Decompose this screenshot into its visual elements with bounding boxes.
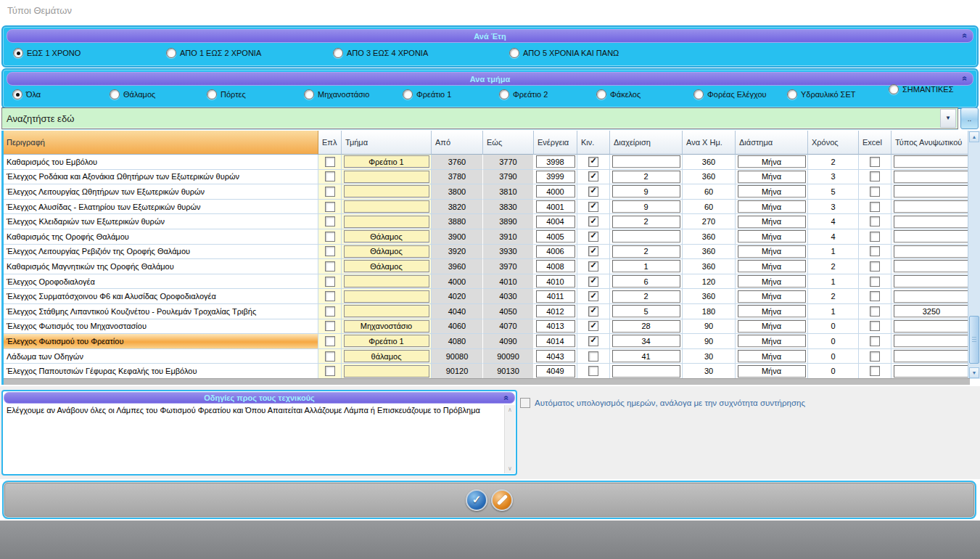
radio-απο-1-εως-2-χρονια[interactable]: ΑΠΟ 1 ΕΩΣ 2 ΧΡΟΝΙΑ [166, 48, 261, 58]
tmima-field[interactable] [344, 365, 429, 378]
topic-description-cell[interactable]: Έλεγχος Οροφοδιαλογέα [4, 274, 318, 290]
energia-field[interactable]: 4006 [536, 245, 575, 258]
typos-anypsotikou-field[interactable] [894, 155, 970, 168]
energia-field[interactable]: 4014 [536, 335, 575, 347]
kin-checkbox[interactable] [588, 321, 598, 331]
diastima-field[interactable]: Μήνα [738, 230, 806, 242]
radio-μηχανοστάσιο[interactable]: Μηχανοστάσιο [304, 89, 369, 99]
column-header-apo[interactable]: Από [432, 131, 483, 155]
diastima-field[interactable]: Μήνα [738, 275, 806, 287]
diaxeirisi-field[interactable]: 28 [612, 320, 680, 332]
search-input[interactable]: Αναζητήστε εδώ [1, 107, 958, 129]
epl-checkbox[interactable] [325, 246, 335, 256]
diaxeirisi-field[interactable]: 2 [612, 216, 680, 228]
excel-checkbox[interactable] [870, 277, 880, 287]
tmima-field[interactable] [344, 185, 429, 197]
epl-checkbox[interactable] [325, 187, 335, 197]
diastima-field[interactable]: Μήνα [738, 320, 806, 332]
kin-checkbox[interactable] [588, 171, 598, 181]
radio-πόρτες[interactable]: Πόρτες [207, 89, 246, 99]
excel-checkbox[interactable] [870, 246, 880, 256]
kin-checkbox[interactable] [588, 232, 598, 242]
radio-φάκελος[interactable]: Φάκελος [596, 89, 641, 99]
radio-όλα[interactable]: Όλα [12, 89, 41, 99]
typos-anypsotikou-field[interactable] [894, 185, 970, 197]
radio-θάλαμος[interactable]: Θάλαμος [110, 89, 155, 99]
energia-field[interactable]: 4000 [536, 185, 575, 197]
scroll-down-icon[interactable] [969, 367, 979, 378]
typos-anypsotikou-field[interactable] [894, 230, 970, 242]
cancel-button[interactable] [491, 489, 513, 511]
tmima-field[interactable]: Θάλαμος [344, 230, 429, 242]
diastima-field[interactable]: Μήνα [738, 335, 806, 347]
radio-φορέας-ελέγχου[interactable]: Φορέας Ελέγχου [693, 89, 767, 99]
diaxeirisi-field[interactable]: 9 [612, 200, 680, 213]
kin-checkbox[interactable] [588, 157, 598, 167]
scrollbar-thumb[interactable] [969, 316, 979, 364]
diaxeirisi-field[interactable]: 5 [612, 305, 680, 317]
typos-anypsotikou-field[interactable] [894, 365, 970, 378]
column-header-anax[interactable]: Ανα Χ Ημ. [683, 131, 736, 155]
radio-απο-5-χρονια-και-πανω[interactable]: ΑΠΟ 5 ΧΡΟΝΙΑ ΚΑΙ ΠΑΝΩ [509, 48, 619, 58]
tmima-field[interactable]: Φρεάτιο 1 [344, 335, 429, 347]
diaxeirisi-field[interactable]: 2 [612, 290, 680, 303]
tmima-field[interactable]: Μηχανοστάσιο [344, 320, 429, 332]
topic-description-cell[interactable]: Έλεγχος Κλειδαριών των Εξωτερικών θυρών [4, 214, 318, 229]
energia-field[interactable]: 4049 [536, 365, 575, 378]
diaxeirisi-field[interactable]: 41 [612, 350, 680, 362]
typos-anypsotikou-field[interactable] [894, 200, 970, 213]
kin-checkbox[interactable] [588, 261, 598, 272]
scroll-up-icon[interactable] [969, 131, 979, 142]
diaxeirisi-field[interactable]: 2 [612, 171, 680, 183]
kin-checkbox[interactable] [588, 366, 598, 376]
instructions-scrollbar[interactable] [504, 405, 515, 473]
kin-checkbox[interactable] [588, 216, 598, 227]
tmima-field[interactable] [344, 216, 429, 228]
diastima-field[interactable]: Μήνα [738, 185, 806, 197]
typos-anypsotikou-field[interactable] [894, 245, 970, 258]
diastima-field[interactable]: Μήνα [738, 245, 806, 258]
typos-anypsotikou-field[interactable] [894, 290, 970, 303]
epl-checkbox[interactable] [325, 336, 335, 346]
epl-checkbox[interactable] [325, 232, 335, 242]
scroll-up-icon[interactable] [505, 407, 515, 413]
diastima-field[interactable]: Μήνα [738, 200, 806, 213]
kin-checkbox[interactable] [588, 187, 598, 197]
topic-description-cell[interactable]: Έλεγχος Συρματόσχοινου Φ6 και Αλυσίδας Ο… [4, 289, 318, 304]
energia-field[interactable]: 4008 [536, 260, 575, 272]
collapse-chevron-icon[interactable] [960, 33, 971, 38]
topic-description-cell[interactable]: Καθαρισμός Μαγνητικών της Οροφής Θαλάμου [4, 259, 318, 274]
tmima-field[interactable]: θάλαμος [344, 350, 429, 362]
typos-anypsotikou-field[interactable] [894, 171, 970, 183]
topic-description-cell[interactable]: Έλεγχος Λειτουργίας Ωθητήρων των Εξωτερι… [4, 184, 318, 200]
diaxeirisi-field[interactable]: 1 [612, 260, 680, 272]
tmima-field[interactable]: Θάλαμος [344, 245, 429, 258]
diaxeirisi-field[interactable]: 6 [612, 275, 680, 287]
browse-button[interactable]: .. [960, 107, 979, 129]
energia-field[interactable]: 4043 [536, 350, 575, 362]
epl-checkbox[interactable] [325, 202, 335, 212]
diaxeirisi-field[interactable]: 34 [612, 335, 680, 347]
diastima-field[interactable]: Μήνα [738, 290, 806, 303]
topic-description-cell[interactable]: Έλεγχος Παπουτσιών Γέφυρας Κεφαλής του Ε… [4, 364, 318, 379]
topic-description-cell[interactable]: Καθαρισμός του Εμβόλου [4, 155, 318, 170]
radio-φρεάτιο-2[interactable]: Φρεάτιο 2 [499, 89, 548, 99]
column-header-tmima[interactable]: Τμήμα [342, 131, 432, 155]
topic-description-cell[interactable]: Λάδωμα των Οδηγών [4, 349, 318, 364]
epl-checkbox[interactable] [325, 351, 335, 362]
epl-checkbox[interactable] [325, 261, 335, 272]
column-header-typos[interactable]: Τύπος Ανυψωτικού [892, 131, 971, 155]
energia-field[interactable]: 4010 [536, 275, 575, 287]
diaxeirisi-field[interactable] [612, 155, 680, 168]
typos-anypsotikou-field[interactable] [894, 350, 970, 362]
topic-description-cell[interactable]: Έλεγχος Στάθμης Λιπαντικού Κουζινέτου - … [4, 304, 318, 319]
topic-description-cell[interactable]: Έλεγχος Αλυσίδας - Ελατηρίου των Εξωτερι… [4, 200, 318, 215]
kin-checkbox[interactable] [588, 336, 598, 346]
epl-checkbox[interactable] [325, 306, 335, 317]
typos-anypsotikou-field[interactable] [894, 260, 970, 272]
excel-checkbox[interactable] [870, 216, 880, 227]
excel-checkbox[interactable] [870, 306, 880, 317]
epl-checkbox[interactable] [325, 216, 335, 227]
diastima-field[interactable]: Μήνα [738, 305, 806, 317]
energia-field[interactable]: 3998 [536, 155, 575, 168]
